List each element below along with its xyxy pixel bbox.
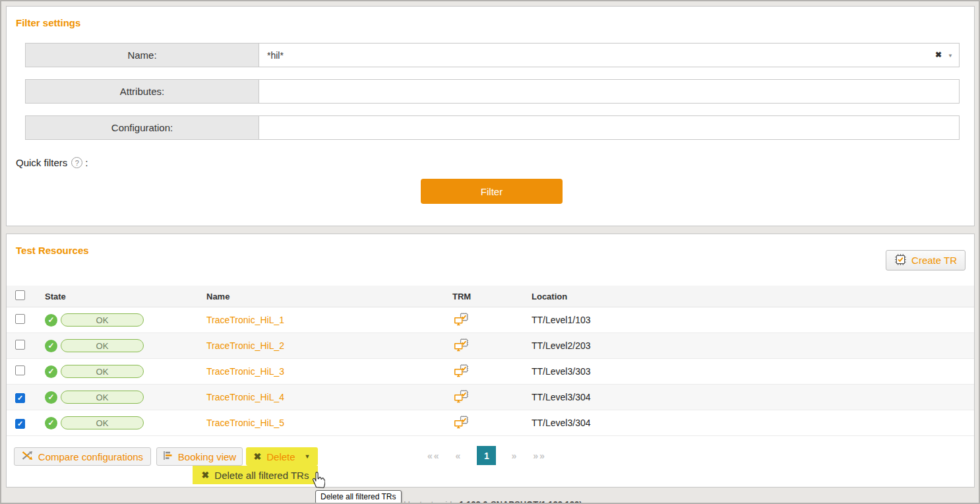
help-icon[interactable]: ? <box>71 157 82 168</box>
delete-all-filtered-trs-menu-item[interactable]: ✖ Delete all filtered TRs <box>193 466 318 484</box>
column-header-state: State <box>45 292 206 301</box>
resource-name-link[interactable]: TraceTronic_HiL_1 <box>206 315 284 325</box>
attributes-field-label: Attributes: <box>25 79 259 104</box>
booking-bars-icon <box>163 451 173 462</box>
location-cell: TT/Level2/203 <box>532 340 974 351</box>
resource-name-link[interactable]: TraceTronic_HiL_5 <box>206 418 284 428</box>
trm-icon[interactable] <box>452 363 532 380</box>
configuration-filter-row: Configuration: <box>25 115 960 140</box>
status-badge: OK <box>61 391 144 404</box>
status-badge: OK <box>61 365 144 378</box>
filter-settings-panel: Filter settings Name: *hil* ✖ ▼ Attribut… <box>6 6 975 226</box>
delete-x-icon: ✖ <box>202 470 210 480</box>
trm-icon[interactable] <box>452 415 532 431</box>
resource-name-link[interactable]: TraceTronic_HiL_4 <box>206 392 284 402</box>
status-ok-icon: ✓ <box>45 365 57 378</box>
row-checkbox[interactable]: ✓ <box>15 393 25 403</box>
trm-icon[interactable] <box>452 389 532 406</box>
table-row: ✓ ✓ OK TraceTronic_HiL_5 TT/Level3/304 <box>7 410 974 436</box>
pagination-current-page[interactable]: 1 <box>477 446 496 465</box>
table-row: ✓ OK TraceTronic_HiL_3 TT/Level3/303 <box>7 359 974 385</box>
status-ok-icon: ✓ <box>45 340 57 352</box>
row-checkbox[interactable] <box>15 340 25 350</box>
trm-icon[interactable] <box>452 312 532 329</box>
test-resources-table: State Name TRM Location ✓ OK TraceTronic… <box>7 286 974 436</box>
pagination-next-icon[interactable]: » <box>511 451 518 461</box>
create-tr-button[interactable]: Create TR <box>886 250 965 270</box>
column-header-name: Name <box>206 292 452 301</box>
clear-input-icon[interactable]: ✖ <box>935 50 942 59</box>
delete-x-icon: ✖ <box>253 451 261 462</box>
page: Filter settings Name: *hil* ✖ ▼ Attribut… <box>0 0 980 504</box>
chevron-down-icon[interactable]: ▼ <box>948 53 953 59</box>
table-row: ✓ OK TraceTronic_HiL_2 TT/Level2/203 <box>7 333 974 359</box>
location-cell: TT/Level1/103 <box>532 315 974 325</box>
status-ok-icon: ✓ <box>45 391 57 404</box>
delete-all-filtered-trs-label: Delete all filtered TRs <box>214 470 309 481</box>
name-filter-value: *hil* <box>267 50 284 61</box>
name-filter-input[interactable]: *hil* ✖ ▼ <box>259 43 960 67</box>
status-badge: OK <box>61 416 144 429</box>
compare-configurations-button[interactable]: Compare configurations <box>14 447 151 466</box>
location-cell: TT/Level3/303 <box>532 366 974 377</box>
footer-version-text: powered by test.guide 1.123.0-SNAPSHOT(1… <box>373 499 582 504</box>
chevron-down-icon: ▼ <box>305 453 311 460</box>
column-header-trm: TRM <box>452 292 532 301</box>
configuration-field-label: Configuration: <box>25 115 259 140</box>
state-cell: ✓ OK <box>45 416 206 429</box>
attributes-filter-input[interactable] <box>259 79 960 104</box>
row-checkbox[interactable] <box>15 365 25 375</box>
row-checkbox[interactable]: ✓ <box>15 419 25 429</box>
pagination-last-icon[interactable]: »» <box>533 451 546 461</box>
configuration-filter-input[interactable] <box>259 115 960 140</box>
booking-view-label: Booking view <box>178 451 236 462</box>
pagination-first-icon[interactable]: «« <box>427 451 441 461</box>
name-filter-row: Name: *hil* ✖ ▼ <box>25 43 960 67</box>
select-all-checkbox[interactable] <box>15 290 25 300</box>
status-badge: OK <box>61 339 144 352</box>
pagination: «« « 1 » »» <box>427 446 546 465</box>
state-cell: ✓ OK <box>45 313 206 327</box>
test-resources-panel: Test Resources Create TR State Name TRM <box>6 234 975 488</box>
status-ok-icon: ✓ <box>45 417 57 429</box>
chip-check-icon <box>894 253 907 268</box>
filter-settings-title: Filter settings <box>16 17 80 28</box>
state-cell: ✓ OK <box>45 391 206 404</box>
state-cell: ✓ OK <box>45 365 206 378</box>
status-badge: OK <box>61 313 144 327</box>
location-cell: TT/Level3/304 <box>532 418 974 428</box>
attributes-filter-row: Attributes: <box>25 79 960 104</box>
table-row: ✓ OK TraceTronic_HiL_1 TT/Level1/103 <box>7 307 974 333</box>
location-cell: TT/Level3/304 <box>532 392 974 402</box>
delete-label: Delete <box>266 451 295 462</box>
state-cell: ✓ OK <box>45 339 206 352</box>
resource-name-link[interactable]: TraceTronic_HiL_3 <box>206 366 284 377</box>
status-ok-icon: ✓ <box>45 314 57 327</box>
booking-view-button[interactable]: Booking view <box>156 447 243 466</box>
row-checkbox[interactable] <box>15 314 25 324</box>
trm-icon[interactable] <box>452 338 532 354</box>
table-header-row: State Name TRM Location <box>7 286 974 307</box>
test-resources-title: Test Resources <box>16 245 89 256</box>
tooltip: Delete all filtered TRs <box>315 490 402 504</box>
quick-filters-label: Quick filters ? : <box>16 157 88 168</box>
delete-button[interactable]: ✖ Delete ▼ <box>246 447 318 466</box>
create-tr-label: Create TR <box>911 255 957 266</box>
compare-arrows-icon <box>22 451 33 462</box>
compare-configurations-label: Compare configurations <box>38 451 143 462</box>
name-field-label: Name: <box>25 43 259 67</box>
pagination-prev-icon[interactable]: « <box>456 451 462 461</box>
table-row: ✓ ✓ OK TraceTronic_HiL_4 TT/Level3/304 <box>7 385 974 410</box>
column-header-location: Location <box>532 292 974 301</box>
filter-button[interactable]: Filter <box>421 179 563 204</box>
resource-name-link[interactable]: TraceTronic_HiL_2 <box>206 340 284 351</box>
